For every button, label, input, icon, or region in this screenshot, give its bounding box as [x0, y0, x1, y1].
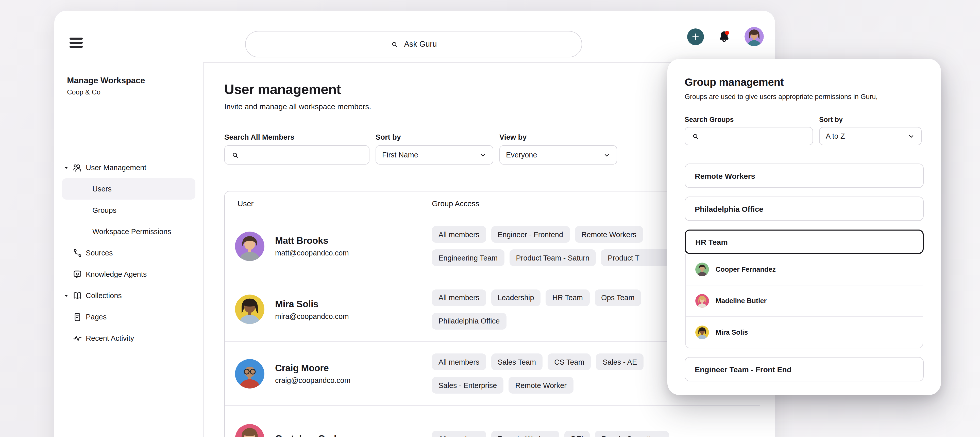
plus-icon: [691, 32, 700, 41]
user-avatar: [235, 424, 264, 437]
sidebar-item-sources[interactable]: Sources: [62, 242, 196, 263]
chevron-down-icon: [479, 151, 487, 159]
group-tag: HR Team: [546, 289, 589, 306]
unread-badge: [725, 31, 729, 35]
search-members-label: Search All Members: [224, 133, 369, 141]
create-button[interactable]: [687, 28, 704, 45]
search-groups-input[interactable]: [685, 127, 813, 145]
user-avatar: [235, 295, 264, 324]
agent-icon: [72, 269, 86, 279]
group-tag: Engineering Team: [432, 249, 504, 266]
group-tag: People Operations: [595, 431, 669, 437]
search-groups-label: Search Groups: [685, 116, 813, 123]
bell-icon: [717, 29, 731, 44]
ask-guru-placeholder: Ask Guru: [404, 40, 437, 49]
search-members-input[interactable]: [224, 145, 369, 164]
column-user: User: [225, 199, 432, 207]
group-tag: Engineer - Frontend: [491, 226, 570, 243]
sidebar-nav: User Management Users Groups Workspace P…: [54, 157, 203, 349]
column-group-access: Group Access: [432, 199, 479, 207]
book-icon: [72, 290, 86, 301]
group-tag: Leadership: [491, 289, 541, 306]
header-actions: [687, 27, 764, 46]
workspace-name: Coop & Co: [67, 88, 203, 96]
group-tag: Ops Team: [595, 289, 641, 306]
sidebar-item-groups[interactable]: Groups: [62, 199, 196, 221]
user-name: Gretchen Graham: [275, 433, 353, 437]
sidebar-title: Manage Workspace: [67, 76, 203, 85]
group-access-tags: All membersRemote WorkersDEIPeople Opera…: [432, 406, 760, 437]
group-card-philadelphia-office[interactable]: Philadelphia Office: [685, 196, 924, 221]
group-tag: All members: [432, 431, 486, 437]
app-window: Ask Guru: [54, 11, 775, 437]
sidebar-item-users[interactable]: Users: [62, 178, 196, 199]
sidebar-item-workspace-permissions[interactable]: Workspace Permissions: [62, 221, 196, 242]
notifications-button[interactable]: [717, 29, 731, 44]
member-name: Madeline Butler: [716, 297, 767, 305]
group-filters: Search Groups Sort by A to Z: [685, 116, 924, 145]
user-cell: Mira Solis mira@coopandco.com: [225, 277, 432, 341]
group-name: HR Team: [695, 238, 728, 246]
group-member-row[interactable]: Madeline Butler: [686, 285, 923, 317]
user-avatar: [235, 231, 264, 261]
group-card-remote-workers[interactable]: Remote Workers: [685, 164, 924, 188]
user-name: Matt Brooks: [275, 235, 349, 246]
group-tag: All members: [432, 289, 486, 306]
sidebar-item-user-management[interactable]: User Management: [62, 157, 196, 178]
group-member-row[interactable]: Cooper Fernandez: [686, 254, 923, 285]
user-name: Craig Moore: [275, 363, 350, 374]
group-name: Philadelphia Office: [695, 204, 763, 213]
member-avatar: [695, 325, 709, 339]
panel-subtitle: Groups are used to give users appropriat…: [685, 93, 924, 100]
group-card-engineer-team-front-end[interactable]: Engineer Team - Front End: [685, 357, 924, 381]
sidebar-item-knowledge-agents[interactable]: Knowledge Agents: [62, 263, 196, 285]
search-icon: [390, 40, 399, 48]
profile-avatar[interactable]: [745, 27, 764, 46]
panel-sort-select[interactable]: A to Z: [819, 127, 922, 145]
group-tag: Philadelphia Office: [432, 313, 506, 329]
group-tag: Sales Team: [491, 354, 542, 370]
member-avatar: [695, 294, 709, 308]
sidebar: Manage Workspace Coop & Co User Manageme…: [54, 62, 204, 437]
group-members-list: Cooper Fernandez Madeline Butler Mira So…: [685, 254, 923, 348]
user-cell: Gretchen Graham: [225, 406, 432, 437]
view-by-label: View by: [500, 133, 617, 141]
group-tag: Sales - AE: [596, 354, 644, 370]
group-tag: Remote Workers: [491, 431, 559, 437]
member-name: Cooper Fernandez: [716, 266, 776, 273]
people-icon: [72, 162, 86, 173]
table-row[interactable]: Gretchen Graham All membersRemote Worker…: [225, 406, 760, 437]
user-cell: Matt Brooks matt@coopandco.com: [225, 215, 432, 277]
group-tag: Remote Worker: [509, 377, 573, 394]
view-by-select[interactable]: Everyone: [500, 145, 617, 164]
group-card-hr-team[interactable]: HR Team: [685, 230, 924, 254]
search-icon: [231, 151, 240, 159]
chevron-down-icon: [907, 132, 915, 140]
sort-by-label: Sort by: [375, 133, 493, 141]
group-tag: Sales - Enterprise: [432, 377, 504, 394]
screen: Ask Guru: [0, 0, 980, 437]
caret-down-icon: [64, 165, 72, 171]
app-header: Ask Guru: [54, 11, 775, 63]
sidebar-item-collections[interactable]: Collections: [62, 285, 196, 306]
sources-icon: [72, 247, 86, 258]
sidebar-item-recent-activity[interactable]: Recent Activity: [62, 327, 196, 349]
group-name: Remote Workers: [695, 171, 755, 180]
panel-sort-label: Sort by: [819, 116, 922, 123]
activity-icon: [72, 333, 86, 344]
user-email: matt@coopandco.com: [275, 249, 349, 257]
group-tag: Product Team - Saturn: [509, 249, 596, 266]
sidebar-item-pages[interactable]: Pages: [62, 306, 196, 327]
group-member-row[interactable]: Mira Solis: [686, 317, 923, 348]
ask-guru-search[interactable]: Ask Guru: [245, 31, 582, 57]
hamburger-menu-icon[interactable]: [70, 38, 83, 48]
search-icon: [691, 132, 700, 140]
sort-by-select[interactable]: First Name: [375, 145, 493, 164]
user-avatar: [235, 359, 264, 388]
group-tag: Remote Workers: [575, 226, 643, 243]
group-list: Remote Workers Philadelphia Office HR Te…: [685, 164, 924, 381]
group-tag: All members: [432, 354, 486, 370]
group-tag: Product T: [601, 249, 675, 266]
member-name: Mira Solis: [716, 329, 748, 336]
page-icon: [72, 311, 86, 322]
